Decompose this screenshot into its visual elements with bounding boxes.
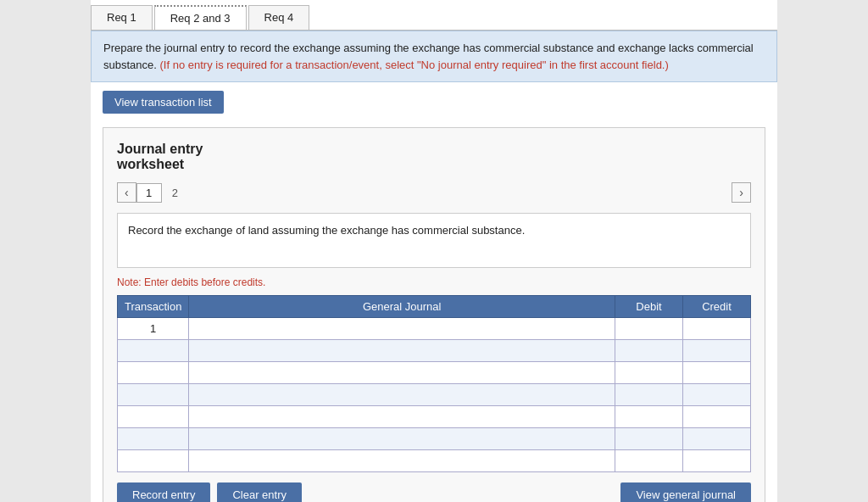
debit-cell[interactable] (615, 428, 683, 450)
prev-page-arrow[interactable]: ‹ (117, 182, 136, 203)
tab-req1[interactable]: Req 1 (91, 5, 153, 30)
table-row (118, 384, 751, 406)
transaction-cell (118, 340, 189, 362)
page-number[interactable]: 1 (136, 183, 162, 203)
clear-entry-button[interactable]: Clear entry (217, 482, 302, 502)
instruction-red: (If no entry is required for a transacti… (160, 59, 669, 71)
view-transaction-button[interactable]: View transaction list (103, 91, 224, 114)
record-entry-button[interactable]: Record entry (117, 482, 210, 502)
debit-cell[interactable] (615, 406, 683, 428)
general-journal-input[interactable] (189, 362, 615, 383)
general-journal-cell[interactable] (189, 428, 615, 450)
table-row (118, 450, 751, 472)
credit-cell[interactable] (683, 450, 751, 472)
view-general-journal-button[interactable]: View general journal (620, 482, 751, 502)
credit-cell[interactable] (683, 384, 751, 406)
table-row (118, 406, 751, 428)
credit-input[interactable] (683, 318, 750, 339)
transaction-cell (118, 450, 189, 472)
transaction-cell (118, 428, 189, 450)
note-text: Note: Enter debits before credits. (117, 276, 751, 288)
instruction-box: Prepare the journal entry to record the … (91, 31, 777, 82)
table-row: 1 (118, 318, 751, 340)
general-journal-cell[interactable] (189, 362, 615, 384)
credit-cell[interactable] (683, 428, 751, 450)
credit-cell[interactable] (683, 340, 751, 362)
credit-input[interactable] (683, 362, 750, 383)
journal-title: Journal entryworksheet (117, 142, 751, 172)
debit-input[interactable] (615, 428, 682, 449)
general-journal-cell[interactable] (189, 384, 615, 406)
general-journal-cell[interactable] (189, 406, 615, 428)
journal-card: Journal entryworksheet ‹ 1 2 › Record th… (103, 127, 765, 502)
general-journal-input[interactable] (189, 406, 615, 427)
debit-input[interactable] (615, 450, 682, 471)
transaction-cell (118, 362, 189, 384)
debit-input[interactable] (615, 318, 682, 339)
action-buttons-row: Record entry Clear entry View general jo… (117, 482, 751, 502)
transaction-cell (118, 384, 189, 406)
credit-input[interactable] (683, 406, 750, 427)
general-journal-input[interactable] (189, 450, 615, 471)
general-journal-cell[interactable] (189, 318, 615, 340)
debit-input[interactable] (615, 406, 682, 427)
general-journal-input[interactable] (189, 428, 615, 449)
debit-input[interactable] (615, 340, 682, 361)
description-box: Record the exchange of land assuming the… (117, 213, 751, 268)
debit-input[interactable] (615, 362, 682, 383)
table-row (118, 428, 751, 450)
credit-cell[interactable] (683, 318, 751, 340)
col-header-credit: Credit (683, 296, 751, 318)
next-page-arrow[interactable]: › (732, 182, 751, 203)
table-row (118, 362, 751, 384)
credit-cell[interactable] (683, 406, 751, 428)
general-journal-input[interactable] (189, 340, 615, 361)
general-journal-input[interactable] (189, 318, 615, 339)
credit-input[interactable] (683, 340, 750, 361)
col-header-transaction: Transaction (118, 296, 189, 318)
credit-cell[interactable] (683, 362, 751, 384)
debit-cell[interactable] (615, 362, 683, 384)
col-header-general-journal: General Journal (189, 296, 615, 318)
page-2-label[interactable]: 2 (164, 184, 186, 202)
description-text: Record the exchange of land assuming the… (128, 224, 525, 237)
debit-cell[interactable] (615, 318, 683, 340)
general-journal-cell[interactable] (189, 340, 615, 362)
debit-cell[interactable] (615, 340, 683, 362)
journal-table: Transaction General Journal Debit Credit… (117, 295, 751, 472)
transaction-cell: 1 (118, 318, 189, 340)
tab-req4[interactable]: Req 4 (248, 5, 310, 30)
transaction-cell (118, 406, 189, 428)
tabs-bar: Req 1 Req 2 and 3 Req 4 (91, 0, 777, 31)
tab-req2and3[interactable]: Req 2 and 3 (154, 5, 247, 30)
credit-input[interactable] (683, 428, 750, 449)
general-journal-input[interactable] (189, 384, 615, 405)
page-nav: ‹ 1 2 › (117, 182, 751, 203)
credit-input[interactable] (683, 450, 750, 471)
debit-cell[interactable] (615, 450, 683, 472)
debit-cell[interactable] (615, 384, 683, 406)
col-header-debit: Debit (615, 296, 683, 318)
table-row (118, 340, 751, 362)
debit-input[interactable] (615, 384, 682, 405)
general-journal-cell[interactable] (189, 450, 615, 472)
credit-input[interactable] (683, 384, 750, 405)
